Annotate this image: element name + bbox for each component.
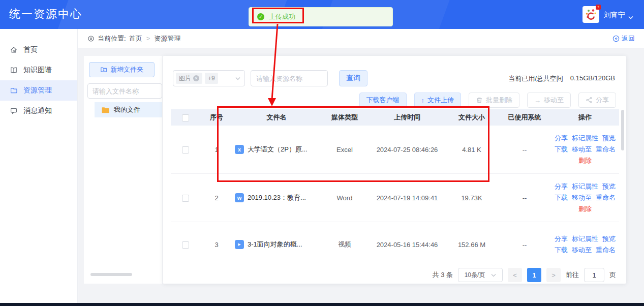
op-download-link[interactable]: 下载 (555, 145, 568, 153)
op-mark-attrs-link[interactable]: 标记属性 (572, 182, 598, 190)
op-download-link[interactable]: 下载 (555, 194, 568, 201)
folder-search-input[interactable] (87, 83, 162, 99)
cell-uploadtime: 2024-07-19 14:09:41 (369, 194, 445, 202)
select-all-checkbox[interactable] (182, 114, 189, 121)
column-header-usedsystem: 已使用系统 (498, 113, 551, 122)
move-to-label: 移动至 (544, 96, 564, 105)
resource-name-search-input[interactable] (251, 70, 328, 86)
breadcrumb-home[interactable]: 首页 (129, 34, 142, 43)
sidebar-item-label: 消息通知 (23, 106, 52, 115)
op-share-link[interactable]: 分享 (555, 235, 568, 242)
op-preview-link[interactable]: 预览 (602, 134, 616, 142)
column-header-filesize: 文件大小 (445, 113, 498, 122)
op-move-link[interactable]: 移动至 (572, 194, 592, 201)
sidebar-item-knowledge-graph[interactable]: 知识图谱 (0, 60, 77, 80)
user-menu-chevron-down-icon[interactable] (628, 13, 633, 17)
share-button[interactable]: 分享 (578, 93, 616, 108)
op-preview-link[interactable]: 预览 (602, 182, 616, 190)
cell-usedsystem: -- (498, 241, 551, 249)
op-rename-link[interactable]: 重命名 (596, 246, 616, 254)
page-title: 统一资源中心 (9, 7, 82, 22)
back-button[interactable]: 返回 (612, 34, 635, 43)
table-vertical-scrollbar[interactable] (621, 110, 624, 150)
breadcrumb: 当前位置: 首页 > 资源管理 返回 (78, 29, 644, 48)
op-move-link[interactable]: 移动至 (572, 246, 592, 254)
tree-horizontal-scrollbar[interactable] (90, 273, 132, 276)
op-rename-link[interactable]: 重命名 (596, 194, 616, 201)
op-share-link[interactable]: 分享 (555, 134, 568, 142)
next-page-button[interactable]: > (546, 268, 561, 282)
column-header-mediatype: 媒体类型 (320, 113, 369, 122)
excel-file-icon: x (235, 145, 244, 154)
success-check-icon: ✓ (257, 13, 264, 20)
cell-filesize: 152.66 M (445, 241, 498, 249)
download-client-label: 下载客户端 (366, 96, 400, 105)
table-row: 1 x 大学语文（2P）原... Excel 2024-07-25 08:46:… (171, 126, 619, 174)
back-arrow-icon (612, 35, 620, 42)
video-file-icon: ▶ (235, 240, 244, 249)
cell-filename[interactable]: 2019.10.23：教育... (248, 193, 306, 202)
download-client-button[interactable]: 下载客户端 (359, 93, 407, 108)
column-header-no: 序号 (200, 113, 233, 122)
cell-mediatype: Excel (320, 146, 369, 154)
file-upload-button[interactable]: ↑ 文件上传 (414, 93, 462, 108)
sidebar-item-notifications[interactable]: 消息通知 (0, 101, 77, 121)
media-type-filter-select[interactable]: 图片 × +9 (173, 70, 245, 86)
prev-page-button[interactable]: < (508, 268, 522, 282)
toast-message: 上传成功 (269, 12, 295, 21)
op-mark-attrs-link[interactable]: 标记属性 (572, 134, 598, 142)
user-avatar[interactable]: + (582, 6, 599, 23)
tree-item-my-files[interactable]: 我的文件 (95, 102, 162, 117)
cell-mediatype: Word (320, 194, 369, 202)
op-move-link[interactable]: 移动至 (572, 145, 592, 153)
cell-filename[interactable]: 大学语文（2P）原... (248, 145, 308, 154)
goto-page-input[interactable] (584, 268, 604, 282)
filter-tag-more-count: +9 (205, 73, 218, 84)
row-checkbox[interactable] (182, 195, 189, 202)
op-download-link[interactable]: 下载 (555, 246, 568, 254)
message-icon (10, 107, 18, 115)
bottom-edge-bar (0, 303, 644, 306)
cell-filename[interactable]: 3-1面向对象的概... (248, 240, 302, 249)
page-size-value: 10条/页 (465, 271, 485, 280)
sidebar-item-label: 资源管理 (23, 86, 52, 95)
cell-usedsystem: -- (498, 146, 551, 154)
query-button[interactable]: 查询 (339, 70, 367, 86)
user-name[interactable]: 刘宵宁 (604, 11, 625, 20)
cell-uploadtime: 2024-07-25 08:46:26 (369, 146, 445, 154)
op-share-link[interactable]: 分享 (555, 182, 568, 190)
sidebar-item-resource-management[interactable]: 资源管理 (0, 80, 77, 101)
share-label: 分享 (596, 96, 609, 105)
move-to-button[interactable]: → 移动至 (527, 93, 571, 108)
op-delete-link[interactable]: 删除 (578, 157, 592, 164)
batch-delete-button[interactable]: 批量删除 (469, 93, 519, 108)
sidebar-item-home[interactable]: 首页 (0, 40, 77, 60)
knowledge-graph-icon (10, 66, 18, 74)
cell-filesize: 19.73K (445, 194, 498, 202)
tag-close-icon[interactable]: × (193, 75, 199, 81)
trash-icon (476, 97, 483, 104)
cell-usedsystem: -- (498, 194, 551, 202)
file-upload-label: 文件上传 (427, 96, 454, 105)
op-mark-attrs-link[interactable]: 标记属性 (572, 235, 598, 242)
goto-unit: 页 (609, 270, 616, 280)
page-size-select[interactable]: 10条/页 (458, 268, 503, 282)
page-1-button[interactable]: 1 (527, 268, 541, 282)
op-rename-link[interactable]: 重命名 (596, 145, 616, 153)
pagination-total: 共 3 条 (433, 270, 453, 280)
new-folder-button[interactable]: 新增文件夹 (89, 62, 155, 77)
cell-operations: 分享标记属性预览 下载移动至重命名 (551, 233, 619, 256)
cell-no: 3 (200, 241, 233, 249)
row-checkbox[interactable] (182, 146, 189, 154)
op-preview-link[interactable]: 预览 (602, 235, 616, 242)
filter-tag-label: +9 (208, 75, 215, 82)
location-pin-icon (87, 35, 95, 42)
op-delete-link[interactable]: 删除 (578, 205, 592, 212)
column-header-filename: 文件名 (233, 113, 320, 122)
storage-label: 当前已用/总共空间 (508, 74, 563, 83)
chevron-down-icon (491, 273, 496, 277)
column-header-operation: 操作 (551, 113, 619, 122)
batch-delete-label: 批量删除 (486, 96, 512, 105)
upload-success-toast: ✓ 上传成功 (249, 7, 393, 26)
row-checkbox[interactable] (182, 241, 189, 249)
